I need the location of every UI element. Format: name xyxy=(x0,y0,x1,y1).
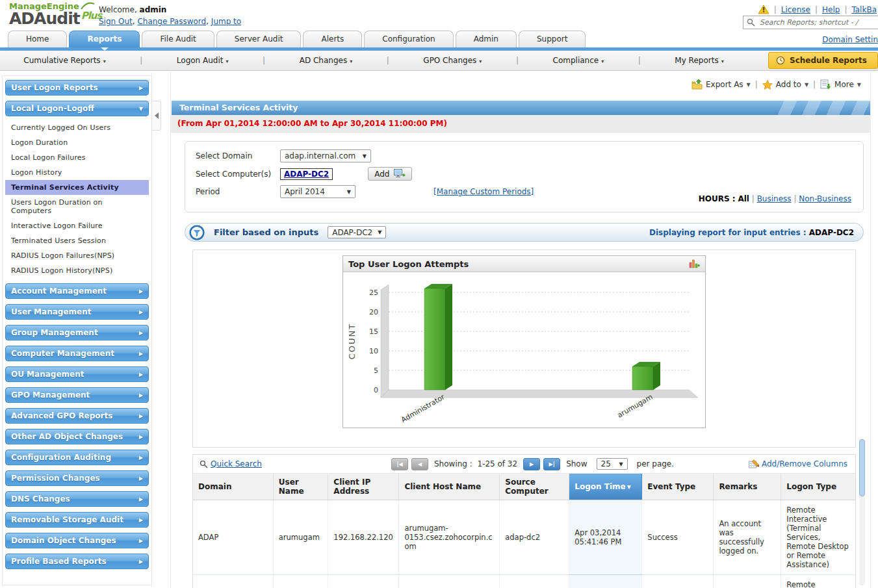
column-header-event-type[interactable]: Event Type xyxy=(642,474,714,500)
prev-page-button[interactable]: ◀ xyxy=(411,458,428,470)
subnav-ad-changes[interactable]: AD Changes▾ xyxy=(300,56,352,65)
tab-server-audit[interactable]: Server Audit xyxy=(216,31,302,47)
sidebar-item-radius-logon-history-nps[interactable]: RADIUS Logon History(NPS) xyxy=(5,263,149,278)
separator: | xyxy=(140,56,142,65)
column-header-logon-time[interactable]: Logon Time▾ xyxy=(569,474,642,500)
column-header-logon-type[interactable]: Logon Type xyxy=(781,474,855,500)
chart-type-icon[interactable] xyxy=(689,259,700,269)
report-table-head-row: DomainUser NameClient IP AddressClient H… xyxy=(193,474,855,500)
sidebar-section-label: Removable Storage Audit xyxy=(11,515,123,524)
period-select[interactable]: April 2014▼ xyxy=(280,185,355,198)
column-header-user-name[interactable]: User Name xyxy=(273,474,328,500)
domain-settings-link[interactable]: Domain Settin xyxy=(822,35,878,44)
last-page-button[interactable]: ▶| xyxy=(543,458,560,470)
tab-home[interactable]: Home xyxy=(8,31,67,47)
next-page-button[interactable]: ▶ xyxy=(523,458,540,470)
hours-non-business-option[interactable]: Non-Business xyxy=(799,194,851,203)
tab-reports[interactable]: Reports xyxy=(69,31,140,47)
table-scrollbar[interactable] xyxy=(859,439,865,585)
sidebar-section-label: User Management xyxy=(11,307,91,316)
cell-remarks: An account was successfully logged on. xyxy=(714,575,781,588)
add-remove-columns-button[interactable]: Add/Remove Columns xyxy=(749,459,847,469)
subnav-my-reports[interactable]: My Reports▾ xyxy=(675,56,723,65)
page-size-select[interactable]: 25▼ xyxy=(597,458,628,470)
column-header-client-host-name[interactable]: Client Host Name xyxy=(399,474,500,500)
table-row[interactable]: ADAParumugam192.168.22.120arumugam-0153.… xyxy=(193,500,855,575)
welcome-block: Welcome, admin Sign Out, Change Password… xyxy=(99,5,241,26)
change-password-link[interactable]: Change Password xyxy=(137,17,206,26)
sidebar-collapse-handle[interactable] xyxy=(152,101,161,131)
sidebar-section-label: Computer Management xyxy=(11,349,114,358)
sidebar-item-radius-logon-failures-nps[interactable]: RADIUS Logon Failures(NPS) xyxy=(5,248,149,263)
sidebar-item-currently-logged-on-users[interactable]: Currently Logged On Users xyxy=(5,120,149,135)
hours-business-option[interactable]: Business xyxy=(757,194,792,203)
export-as-button[interactable]: Export As▼ xyxy=(691,79,751,90)
sidebar-section-account-management[interactable]: Account Management▶ xyxy=(5,283,149,299)
sidebar-item-logon-duration[interactable]: Logon Duration xyxy=(5,135,149,150)
sidebar-item-local-logon-failures[interactable]: Local Logon Failures xyxy=(5,150,149,165)
tab-support[interactable]: Support xyxy=(519,31,586,47)
tab-admin[interactable]: Admin xyxy=(456,31,517,47)
subnav-logon-audit[interactable]: Logon Audit▾ xyxy=(177,56,229,65)
sidebar-section-user-management[interactable]: User Management▶ xyxy=(5,304,149,320)
more-button[interactable]: More▼ xyxy=(820,79,861,90)
sidebar-section-computer-management[interactable]: Computer Management▶ xyxy=(5,346,149,361)
column-header-domain[interactable]: Domain xyxy=(193,474,273,500)
first-page-button[interactable]: |◀ xyxy=(391,458,408,470)
sidebar-item-logon-history[interactable]: Logon History xyxy=(5,165,149,180)
hours-all-option[interactable]: All xyxy=(738,194,749,203)
sidebar-section-dns-changes[interactable]: DNS Changes▶ xyxy=(5,491,149,507)
sidebar-section-advanced-gpo-reports[interactable]: Advanced GPO Reports▶ xyxy=(5,408,149,424)
scrollbar-thumb[interactable] xyxy=(859,439,865,496)
tab-configuration[interactable]: Configuration xyxy=(364,31,453,47)
more-label: More xyxy=(834,80,854,89)
sidebar-section-gpo-management[interactable]: GPO Management▶ xyxy=(5,387,149,403)
table-row[interactable]: ADAParumugam192.168.22.120arumugam-0153.… xyxy=(193,575,855,588)
add-to-button[interactable]: Add to▼ xyxy=(762,80,808,90)
subnav-gpo-changes[interactable]: GPO Changes▾ xyxy=(423,56,482,65)
jump-to-link[interactable]: Jump to xyxy=(211,17,241,26)
tab-alerts[interactable]: Alerts xyxy=(303,31,362,47)
subnav-cumulative-reports[interactable]: Cumulative Reports▾ xyxy=(23,56,105,65)
bar-side-arumugam xyxy=(653,362,660,390)
sidebar-item-terminated-users-session[interactable]: Terminated Users Session xyxy=(5,233,149,248)
filter-input-select[interactable]: ADAP-DC2▼ xyxy=(328,226,386,238)
sidebar-section-user-logon-reports[interactable]: User Logon Reports▶ xyxy=(5,80,149,96)
sidebar-section-ou-management[interactable]: OU Management▶ xyxy=(5,366,149,382)
domain-select[interactable]: adap.internal.com▼ xyxy=(280,149,371,162)
manage-custom-periods-link[interactable]: [Manage Custom Periods] xyxy=(433,187,534,196)
subnav-compliance[interactable]: Compliance▾ xyxy=(553,56,604,65)
sidebar-section-other-ad-object-changes[interactable]: Other AD Object Changes▶ xyxy=(5,429,149,444)
sidebar-section-configuration-auditing[interactable]: Configuration Auditing▶ xyxy=(5,450,149,465)
top-header: ManageEngine ADAuditPlus Welcome, admin … xyxy=(0,0,878,29)
select-domain-label: Select Domain xyxy=(196,151,280,160)
bar-administrator xyxy=(424,288,445,390)
chevron-right-icon: ▶ xyxy=(139,413,143,419)
sidebar-section-permission-changes[interactable]: Permission Changes▶ xyxy=(5,470,149,486)
schedule-reports-button[interactable]: Schedule Reports xyxy=(768,52,878,69)
quick-search-link[interactable]: Quick Search xyxy=(200,459,262,468)
search-input[interactable] xyxy=(758,18,878,27)
tab-file-audit[interactable]: File Audit xyxy=(142,31,214,47)
report-search[interactable] xyxy=(743,16,878,29)
warning-icon[interactable]: ! xyxy=(758,5,769,14)
add-computer-button[interactable]: Add xyxy=(368,167,412,181)
sidebar-item-terminal-services-activity[interactable]: Terminal Services Activity xyxy=(5,180,149,195)
sidebar-section-label: Other AD Object Changes xyxy=(11,432,123,441)
license-link[interactable]: License xyxy=(781,5,810,14)
sidebar-section-group-management[interactable]: Group Management▶ xyxy=(5,325,149,340)
column-header-client-ip-address[interactable]: Client IP Address xyxy=(328,474,399,500)
selected-computer-link[interactable]: ADAP-DC2 xyxy=(280,168,333,180)
sidebar-item-users-logon-duration-on-computers[interactable]: Users Logon Duration on Computers xyxy=(5,195,149,218)
help-link[interactable]: Help xyxy=(822,5,840,14)
sidebar-section-local-logon-logoff[interactable]: Local Logon-Logoff▼ xyxy=(5,101,149,116)
column-header-source-computer[interactable]: Source Computer xyxy=(500,474,569,500)
talkback-link[interactable]: TalkBa xyxy=(851,5,877,14)
column-header-remarks[interactable]: Remarks xyxy=(714,474,781,500)
sidebar-section-removable-storage-audit[interactable]: Removable Storage Audit▶ xyxy=(5,512,149,528)
sidebar-section-label: Local Logon-Logoff xyxy=(11,104,94,113)
sidebar-section-profile-based-reports[interactable]: Profile Based Reports▶ xyxy=(5,554,149,569)
sidebar-item-interactive-logon-failure[interactable]: Interactive Logon Failure xyxy=(5,218,149,233)
sign-out-link[interactable]: Sign Out xyxy=(99,17,133,26)
sidebar-section-domain-object-changes[interactable]: Domain Object Changes▶ xyxy=(5,533,149,548)
